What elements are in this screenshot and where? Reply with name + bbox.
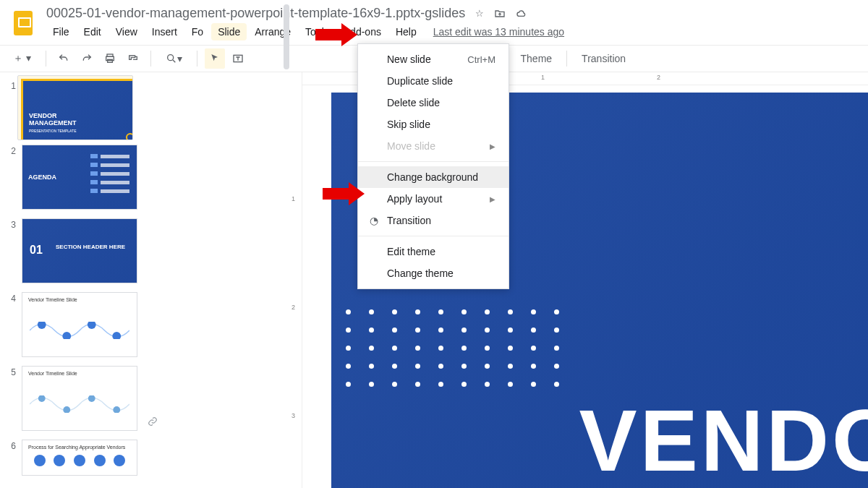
paint-format-button[interactable]: [123, 48, 143, 69]
thumb-number: 5: [7, 366, 16, 377]
new-slide-button[interactable]: ＋ ▾: [6, 48, 38, 69]
menu-bar: File Edit View Insert Fo Slide Arrange T…: [46, 23, 858, 40]
cloud-status-icon[interactable]: [516, 8, 527, 22]
menu-item-new-slide[interactable]: New slide Ctrl+M: [358, 48, 509, 70]
annotation-arrow-slide-menu: [315, 23, 357, 46]
thumb4-title: Vendor Timeline Slide: [28, 297, 77, 302]
shortcut-label: Ctrl+M: [467, 54, 495, 65]
thumb-number: 1: [7, 80, 16, 91]
theme-button[interactable]: Theme: [514, 48, 560, 69]
menu-slide[interactable]: Slide: [211, 23, 247, 40]
thumb3-title: SECTION HEADER HERE: [56, 244, 125, 250]
slide-menu-dropdown: New slide Ctrl+M Duplicate slide Delete …: [357, 43, 509, 289]
select-tool[interactable]: [205, 48, 225, 69]
svg-point-10: [63, 406, 70, 413]
thumbnail-slide-2[interactable]: AGENDA: [22, 145, 137, 210]
move-to-folder-icon[interactable]: [494, 8, 506, 22]
svg-point-12: [113, 406, 120, 413]
menu-separator: [358, 236, 509, 236]
svg-point-8: [112, 332, 121, 339]
menu-item-change-background[interactable]: Change background: [358, 166, 509, 188]
thumb-number: 3: [7, 218, 16, 230]
thumb-number: 4: [7, 292, 16, 304]
menu-item-transition[interactable]: ◔ Transition: [358, 210, 509, 231]
dot-pattern-decoration: [346, 309, 560, 387]
star-icon[interactable]: ☆: [475, 8, 484, 22]
toolbar-separator: [150, 51, 151, 67]
menu-item-apply-layout[interactable]: Apply layout▶: [358, 188, 509, 210]
toolbar-separator: [197, 51, 197, 67]
undo-button[interactable]: [54, 48, 74, 69]
thumb1-title-line2: MANAGEMENT: [29, 120, 77, 127]
menu-item-skip-slide[interactable]: Skip slide: [358, 114, 509, 135]
menu-edit[interactable]: Edit: [77, 23, 108, 40]
svg-point-6: [62, 332, 71, 339]
thumbnail-slide-5[interactable]: Vendor Timeline Slide: [22, 366, 137, 431]
svg-point-9: [38, 395, 46, 402]
thumb5-title: Vendor Timeline Slide: [28, 371, 77, 376]
svg-point-11: [88, 395, 95, 402]
last-edit-link[interactable]: Last edit was 13 minutes ago: [433, 26, 564, 38]
menu-insert[interactable]: Insert: [145, 23, 184, 40]
thumb6-title: Process for Searching Appropriate Vendor…: [28, 445, 125, 450]
menu-view[interactable]: View: [109, 23, 144, 40]
svg-point-7: [88, 322, 96, 329]
menu-arrange[interactable]: Arrange: [248, 23, 297, 40]
thumb3-number: 01: [30, 244, 43, 257]
toolbar-separator: [566, 51, 567, 67]
transition-button[interactable]: Transition: [574, 48, 633, 69]
vertical-ruler: 1 2 3: [289, 72, 302, 488]
thumb-number: 6: [7, 440, 16, 451]
menu-file[interactable]: File: [46, 23, 76, 40]
menu-item-edit-theme[interactable]: Edit theme: [358, 241, 509, 262]
svg-point-5: [38, 322, 46, 329]
svg-rect-2: [108, 59, 113, 62]
menu-item-change-theme[interactable]: Change theme: [358, 262, 509, 284]
menu-item-delete-slide[interactable]: Delete slide: [358, 92, 509, 114]
thumb2-title: AGENDA: [28, 174, 56, 181]
title-bar: 00025-01-vendor-management-powerpoint-te…: [0, 0, 868, 40]
document-title[interactable]: 00025-01-vendor-management-powerpoint-te…: [46, 6, 465, 20]
thumb-number: 2: [7, 145, 16, 156]
svg-point-3: [168, 55, 174, 61]
submenu-arrow-icon: ▶: [490, 142, 495, 150]
thumbnail-slide-1[interactable]: VENDOR MANAGEMENT PRESENTATION TEMPLATE: [22, 80, 133, 140]
textbox-tool[interactable]: [228, 48, 248, 69]
thumbnail-panel: 1 VENDOR MANAGEMENT PRESENTATION TEMPLAT…: [0, 72, 289, 488]
menu-help[interactable]: Help: [389, 23, 423, 40]
menu-item-move-slide: Move slide▶: [358, 135, 509, 157]
thumbnail-slide-6[interactable]: Process for Searching Appropriate Vendor…: [22, 440, 137, 476]
agenda-items-preview: [90, 154, 129, 193]
google-slides-logo[interactable]: [10, 6, 36, 40]
menu-format-truncated[interactable]: Fo: [185, 23, 210, 40]
menu-item-duplicate-slide[interactable]: Duplicate slide: [358, 70, 509, 92]
circle-decoration-icon: [126, 133, 133, 140]
redo-button[interactable]: [77, 48, 97, 69]
menu-separator: [358, 161, 509, 162]
zoom-button[interactable]: ▾: [158, 48, 190, 69]
thumbnail-slide-3[interactable]: 01 SECTION HEADER HERE: [22, 218, 137, 283]
linked-slide-icon: [148, 416, 158, 429]
annotation-arrow-change-background: [323, 182, 365, 205]
transition-icon: ◔: [368, 215, 380, 226]
submenu-arrow-icon: ▶: [490, 195, 495, 203]
slide-title-text[interactable]: VENDOR: [579, 390, 868, 488]
print-button[interactable]: [100, 48, 120, 69]
thumb1-subtitle: PRESENTATION TEMPLATE: [29, 129, 76, 133]
toolbar-separator: [46, 51, 46, 67]
thumbnail-slide-4[interactable]: Vendor Timeline Slide: [22, 292, 137, 357]
